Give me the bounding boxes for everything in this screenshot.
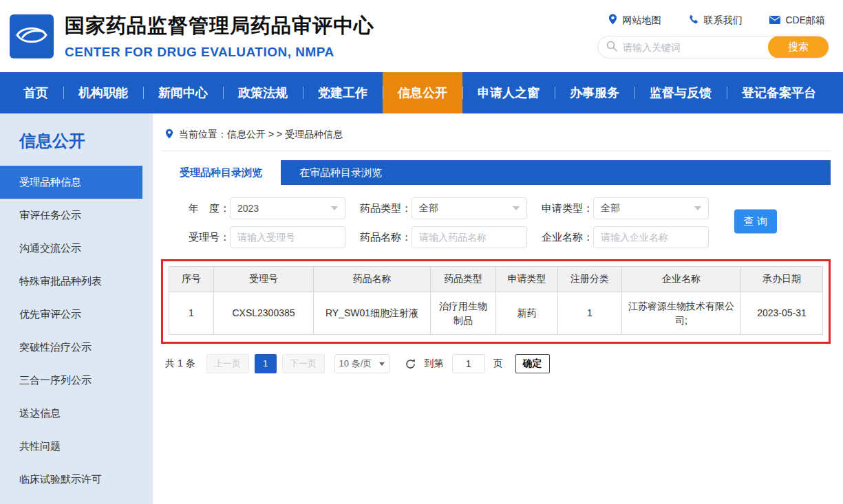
chevron-down-icon [331,206,338,210]
header-right: 网站地图 联系我们 CDE邮箱 搜索 [597,14,829,58]
accept-no-field: 受理号： [178,226,345,248]
drug-name-label: 药品名称： [359,231,412,244]
chevron-down-icon [379,362,385,366]
year-field: 年 度： 2023 [178,197,345,219]
sidebar-item-accepted-varieties[interactable]: 受理品种信息 [0,166,142,199]
col-header-drug-type: 药品类型 [431,267,496,292]
col-header-company: 企业名称 [622,267,741,292]
sidebar-item-priority-review[interactable]: 优先审评公示 [0,298,153,331]
chevron-down-icon [694,206,701,210]
sidebar: 信息公开 受理品种信息 审评任务公示 沟通交流公示 特殊审批品种列表 优先审评公… [0,113,153,504]
sidebar-item-delivery-info[interactable]: 送达信息 [0,397,153,430]
main-nav: 首页 机构职能 新闻中心 政策法规 党建工作 信息公开 申请人之窗 办事服务 监… [0,72,843,113]
search-input[interactable] [623,42,768,53]
tab-under-review-catalog[interactable]: 在审品种目录浏览 [281,160,401,185]
next-page-button[interactable]: 下一页 [282,354,325,373]
search-button[interactable]: 搜索 [768,36,829,58]
phone-icon [688,14,698,27]
cell-reg-class: 1 [558,292,622,335]
col-header-date: 承办日期 [741,267,823,292]
current-page-button[interactable]: 1 [255,354,277,373]
breadcrumb: 当前位置：信息公开 > > 受理品种信息 [161,127,831,151]
filter-row-1: 年 度： 2023 药品类型： 全部 申请类型： 全部 [178,197,831,219]
results-table: 序号 受理号 药品名称 药品类型 申请类型 注册分类 企业名称 承办日期 1 C… [169,266,823,335]
sidebar-item-common-issues[interactable]: 共性问题 [0,430,153,463]
page-subtitle: CENTER FOR DRUG EVALUATION, NMPA [65,45,374,60]
drug-type-select[interactable]: 全部 [412,197,527,219]
site-titles: 国家药品监督管理局药品审评中心 CENTER FOR DRUG EVALUATI… [65,12,374,60]
sidebar-item-clinical-trial-license[interactable]: 临床试验默示许可 [0,463,153,496]
total-count: 共 1 条 [165,358,195,370]
mailbox-link[interactable]: CDE邮箱 [769,14,825,27]
sidebar-item-breakthrough-therapy[interactable]: 突破性治疗公示 [0,331,153,364]
query-button[interactable]: 查 询 [734,210,777,234]
filter-panel: 年 度： 2023 药品类型： 全部 申请类型： 全部 [161,185,831,258]
tab-accepted-catalog[interactable]: 受理品种目录浏览 [161,160,281,185]
year-label: 年 度： [178,202,230,215]
drug-name-field: 药品名称： [359,226,527,248]
site-search: 搜索 [597,36,829,58]
cell-accept-no: CXSL2300385 [214,292,314,335]
goto-prefix-label: 到第 [425,358,444,370]
main-content: 当前位置：信息公开 > > 受理品种信息 受理品种目录浏览 在审品种目录浏览 年… [153,113,843,504]
apply-type-field: 申请类型： 全部 [541,197,709,219]
nav-item-supervision-feedback[interactable]: 监督与反馈 [634,72,727,113]
col-header-seq: 序号 [169,267,214,292]
sidebar-item-review-tasks[interactable]: 审评任务公示 [0,199,153,232]
nav-item-home[interactable]: 首页 [8,72,63,113]
envelope-icon [769,15,780,26]
eye-icon [15,23,48,50]
site-header: 国家药品监督管理局药品审评中心 CENTER FOR DRUG EVALUATI… [0,0,843,72]
col-header-apply-type: 申请类型 [496,267,558,292]
contact-link[interactable]: 联系我们 [688,14,742,27]
contact-link-label: 联系我们 [703,14,742,27]
drug-type-select-value: 全部 [419,202,438,215]
page-body: 信息公开 受理品种信息 审评任务公示 沟通交流公示 特殊审批品种列表 优先审评公… [0,113,843,504]
cell-apply-type: 新药 [496,292,558,335]
goto-page-input[interactable] [452,354,485,373]
company-name-field: 企业名称： [541,226,709,248]
cell-seq: 1 [169,292,214,335]
mailbox-link-label: CDE邮箱 [785,14,825,27]
nav-item-party-building[interactable]: 党建工作 [303,72,383,113]
page-title: 国家药品监督管理局药品审评中心 [65,12,374,40]
nav-item-registration-platform[interactable]: 登记备案平台 [727,72,831,113]
col-header-drug-name: 药品名称 [314,267,431,292]
search-icon [606,41,617,54]
accept-no-input[interactable] [230,226,345,248]
prev-page-button[interactable]: 上一页 [206,354,249,373]
company-name-input[interactable] [593,226,709,248]
cde-logo[interactable] [10,14,54,58]
nav-item-news-center[interactable]: 新闻中心 [143,72,223,113]
sidebar-title: 信息公开 [0,130,153,152]
chevron-down-icon [513,206,520,210]
table-row: 1 CXSL2300385 RY_SW01细胞注射液 治疗用生物制品 新药 1 … [169,292,823,335]
nav-item-applicant-window[interactable]: 申请人之窗 [462,72,555,113]
col-header-accept-no: 受理号 [214,267,314,292]
breadcrumb-text: 当前位置：信息公开 > > 受理品种信息 [179,129,343,141]
apply-type-select[interactable]: 全部 [593,197,709,219]
refresh-button[interactable] [405,358,416,370]
confirm-button[interactable]: 确定 [515,354,550,373]
breadcrumb-pin-icon [165,129,173,141]
sidebar-item-special-approval-list[interactable]: 特殊审批品种列表 [0,265,153,298]
cell-drug-name: RY_SW01细胞注射液 [314,292,431,335]
page-size-select[interactable]: 10 条/页 [334,354,390,373]
location-pin-icon [608,14,617,27]
nav-item-services[interactable]: 办事服务 [555,72,634,113]
apply-type-select-value: 全部 [601,202,620,215]
table-header-row: 序号 受理号 药品名称 药品类型 申请类型 注册分类 企业名称 承办日期 [169,267,823,292]
year-select[interactable]: 2023 [230,197,345,219]
accept-no-label: 受理号： [178,231,230,244]
filter-row-2: 受理号： 药品名称： 企业名称： [178,226,831,248]
nav-item-info-disclosure[interactable]: 信息公开 [383,72,462,113]
sidebar-item-three-in-one[interactable]: 三合一序列公示 [0,364,153,397]
drug-name-input[interactable] [412,226,527,248]
quick-links: 网站地图 联系我们 CDE邮箱 [608,14,829,27]
sitemap-link[interactable]: 网站地图 [608,14,661,27]
pagination: 共 1 条 上一页 1 下一页 10 条/页 到第 页 确定 [161,354,831,373]
sidebar-item-communication[interactable]: 沟通交流公示 [0,232,153,265]
nav-item-policies[interactable]: 政策法规 [223,72,303,113]
company-name-label: 企业名称： [541,231,593,244]
nav-item-org-functions[interactable]: 机构职能 [63,72,143,113]
